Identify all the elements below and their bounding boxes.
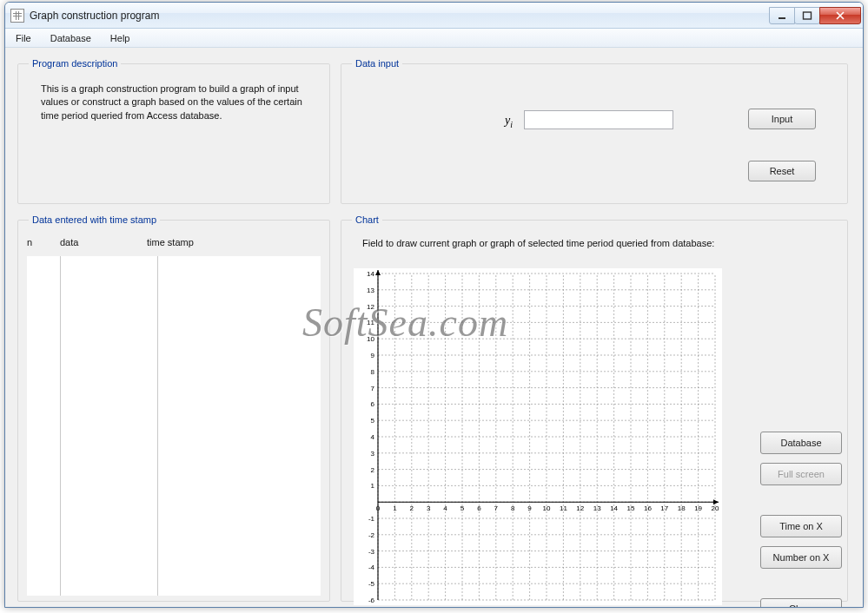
database-button[interactable]: Database [760, 432, 842, 454]
svg-text:3: 3 [371, 450, 375, 458]
menu-file[interactable]: File [10, 31, 36, 45]
program-description-group: Program description This is a graph cons… [17, 58, 330, 204]
data-entered-legend: Data entered with time stamp [29, 214, 160, 225]
svg-text:8: 8 [371, 368, 375, 376]
svg-text:9: 9 [527, 504, 532, 512]
svg-text:4: 4 [443, 504, 447, 512]
y-input[interactable] [524, 110, 673, 129]
menu-database[interactable]: Database [45, 31, 96, 45]
y-label-sub: i [510, 120, 513, 129]
svg-rect-1 [804, 12, 812, 19]
close-app-button[interactable]: Close [760, 598, 842, 608]
svg-text:18: 18 [678, 504, 686, 512]
menu-help[interactable]: Help [105, 31, 136, 45]
svg-text:16: 16 [644, 504, 652, 512]
menubar: File Database Help [5, 29, 863, 48]
col-divider [157, 256, 158, 596]
data-input-group: Data input yi Input Reset [341, 58, 848, 204]
svg-text:-1: -1 [368, 515, 375, 523]
chart-caption: Field to draw current graph or graph of … [362, 237, 726, 250]
svg-text:6: 6 [371, 400, 375, 408]
svg-text:14: 14 [367, 270, 374, 278]
svg-text:5: 5 [461, 504, 465, 512]
chart-legend: Chart [352, 214, 382, 225]
input-button[interactable]: Input [748, 109, 816, 129]
svg-text:4: 4 [371, 433, 375, 441]
svg-text:-3: -3 [368, 548, 375, 556]
svg-text:3: 3 [427, 504, 431, 512]
svg-text:15: 15 [627, 504, 635, 512]
fullscreen-button[interactable]: Full screen [760, 463, 842, 485]
number-on-x-button[interactable]: Number on X [760, 546, 842, 569]
reset-button[interactable]: Reset [748, 161, 816, 181]
program-description-text: This is a graph construction program to … [29, 77, 319, 122]
svg-text:13: 13 [367, 287, 374, 294]
svg-text:2: 2 [410, 504, 414, 512]
svg-text:12: 12 [576, 504, 584, 512]
svg-text:9: 9 [371, 352, 375, 359]
titlebar[interactable]: Graph construction program [5, 3, 863, 29]
data-input-legend: Data input [352, 58, 402, 69]
svg-text:-5: -5 [368, 580, 375, 588]
svg-rect-0 [779, 17, 785, 19]
svg-text:10: 10 [367, 335, 374, 343]
svg-text:1: 1 [393, 504, 397, 512]
svg-text:-4: -4 [368, 564, 375, 571]
svg-text:7: 7 [371, 385, 375, 392]
data-entered-group: Data entered with time stamp n data time… [17, 214, 330, 602]
svg-text:12: 12 [367, 303, 374, 311]
svg-text:14: 14 [610, 504, 618, 512]
data-table-header: n data time stamp [27, 237, 321, 247]
svg-text:6: 6 [477, 504, 481, 512]
svg-text:1: 1 [371, 482, 375, 490]
svg-text:7: 7 [494, 504, 499, 512]
col-data: data [60, 237, 147, 247]
app-icon [10, 9, 24, 23]
svg-text:13: 13 [593, 504, 601, 512]
svg-text:5: 5 [371, 417, 375, 425]
time-on-x-button[interactable]: Time on X [760, 515, 842, 537]
chart-canvas: 01234567891011121314151617181920-6-5-4-3… [354, 268, 722, 605]
svg-text:0: 0 [376, 504, 381, 512]
svg-text:17: 17 [660, 504, 668, 512]
svg-text:10: 10 [543, 504, 551, 512]
svg-text:20: 20 [712, 504, 719, 512]
col-n: n [27, 237, 60, 247]
data-table-body [27, 256, 321, 596]
svg-text:8: 8 [511, 504, 515, 512]
svg-text:19: 19 [694, 504, 702, 512]
window-title: Graph construction program [30, 10, 770, 22]
svg-text:11: 11 [367, 319, 374, 326]
close-button[interactable] [819, 7, 861, 24]
maximize-button[interactable] [794, 7, 820, 24]
program-description-legend: Program description [29, 58, 121, 69]
svg-text:11: 11 [560, 504, 567, 512]
col-divider [60, 256, 61, 596]
svg-text:-2: -2 [368, 531, 375, 539]
minimize-button[interactable] [769, 7, 795, 24]
chart-group: Chart Field to draw current graph or gra… [341, 214, 848, 602]
app-window: Graph construction program File Database… [4, 2, 864, 608]
svg-text:2: 2 [371, 466, 375, 474]
y-label: yi [505, 114, 513, 129]
col-timestamp: time stamp [147, 237, 321, 247]
svg-text:-6: -6 [368, 597, 375, 604]
